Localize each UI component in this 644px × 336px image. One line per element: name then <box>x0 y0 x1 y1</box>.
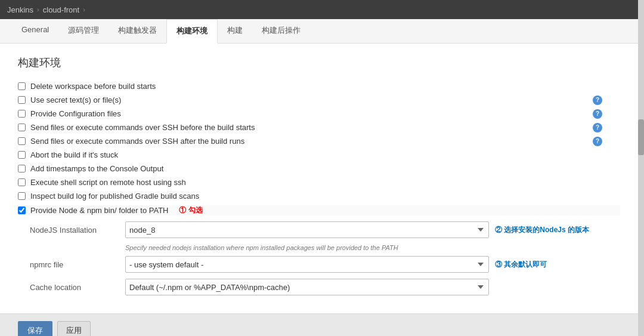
checkbox-row-6: Abort the build if it's stuck <box>18 150 620 159</box>
checkbox-row-5: Send files or execute commands over SSH … <box>18 137 620 146</box>
cb-secret-label[interactable]: Use secret text(s) or file(s) <box>30 95 121 104</box>
tab-source[interactable]: 源码管理 <box>58 19 109 44</box>
checkbox-row-2: Use secret text(s) or file(s) ? <box>18 95 620 104</box>
checkbox-row-4: Send files or execute commands over SSH … <box>18 123 620 132</box>
checkbox-row-3: Provide Configuration files ? <box>18 109 620 118</box>
cb-gradle-label[interactable]: Inspect build log for published Gradle b… <box>30 192 199 201</box>
checkbox-row-1: Delete workspace before build starts <box>18 82 620 91</box>
tab-env[interactable]: 构建环境 <box>166 19 218 44</box>
cb-nodejs-path[interactable] <box>18 206 26 214</box>
breadcrumb-sep1: › <box>37 6 39 13</box>
cb-delete-workspace[interactable] <box>18 82 26 90</box>
tab-post[interactable]: 构建后操作 <box>252 19 310 44</box>
cb-ssh-before-label[interactable]: Send files or execute commands over SSH … <box>30 123 255 132</box>
cb-ssh-before[interactable] <box>18 124 26 131</box>
cb-timestamps[interactable] <box>18 165 26 172</box>
nodejs-select[interactable]: node_8 <box>125 221 489 238</box>
npmrc-annotation: ③ 其余默认即可 <box>495 260 547 270</box>
nodejs-label: NodeJS Installation <box>30 226 125 235</box>
npmrc-select[interactable]: - use system default - <box>125 256 489 273</box>
nodejs-row: NodeJS Installation node_8 ② 选择安装的NodeJs… <box>18 221 620 238</box>
cb-delete-workspace-label[interactable]: Delete workspace before build starts <box>30 82 156 91</box>
scrollbar-thumb[interactable] <box>638 119 644 155</box>
apply-button[interactable]: 应用 <box>57 321 91 336</box>
cb-abort-stuck[interactable] <box>18 151 26 159</box>
cb-shell-ssh[interactable] <box>18 178 26 186</box>
scrollbar[interactable] <box>638 0 644 336</box>
cb-secret[interactable] <box>18 96 26 104</box>
help-icon-3[interactable]: ? <box>593 109 602 119</box>
annotation-check: ① 勾选 <box>179 205 202 215</box>
cb-nodejs-path-label[interactable]: Provide Node & npm bin/ folder to PATH <box>30 206 168 215</box>
build-env-section: 构建环境 Delete workspace before build start… <box>0 44 638 313</box>
cb-ssh-after-label[interactable]: Send files or execute commands over SSH … <box>30 137 244 146</box>
nodejs-hint: Specify needed nodejs installation where… <box>18 244 620 251</box>
breadcrumb-sep2: › <box>83 6 85 13</box>
checkbox-row-10: Provide Node & npm bin/ folder to PATH ①… <box>18 205 620 215</box>
section-title: 构建环境 <box>18 56 620 70</box>
nodejs-annotation: ② 选择安装的NodeJs 的版本 <box>495 225 589 235</box>
cb-config-files-label[interactable]: Provide Configuration files <box>30 109 121 118</box>
help-icon-2[interactable]: ? <box>593 95 602 105</box>
cb-config-files[interactable] <box>18 110 26 118</box>
cache-label: Cache location <box>30 283 125 292</box>
save-button[interactable]: 保存 <box>18 321 52 336</box>
checkbox-row-7: Add timestamps to the Console Output <box>18 164 620 173</box>
breadcrumb-project[interactable]: cloud-front <box>43 5 79 14</box>
tab-bar: General 源码管理 构建触发器 构建环境 构建 构建后操作 <box>0 19 638 44</box>
npmrc-row: npmrc file - use system default - ③ 其余默认… <box>18 256 620 273</box>
tab-build[interactable]: 构建 <box>218 19 252 44</box>
button-bar: 保存 应用 <box>0 313 638 336</box>
cb-timestamps-label[interactable]: Add timestamps to the Console Output <box>30 164 163 173</box>
main-content: General 源码管理 构建触发器 构建环境 构建 构建后操作 构建环境 De… <box>0 19 638 336</box>
cb-abort-stuck-label[interactable]: Abort the build if it's stuck <box>30 150 118 159</box>
checkbox-row-8: Execute shell script on remote host usin… <box>18 178 620 187</box>
cache-select[interactable]: Default (~/.npm or %APP_DATA%\npm-cache) <box>125 279 489 295</box>
tab-general[interactable]: General <box>12 19 58 44</box>
help-icon-5[interactable]: ? <box>593 137 602 146</box>
cache-row: Cache location Default (~/.npm or %APP_D… <box>18 279 620 295</box>
npmrc-label: npmrc file <box>30 260 125 269</box>
tab-triggers[interactable]: 构建触发器 <box>109 19 166 44</box>
cb-ssh-after[interactable] <box>18 137 26 145</box>
help-icon-4[interactable]: ? <box>593 123 602 132</box>
checkbox-row-9: Inspect build log for published Gradle b… <box>18 192 620 201</box>
top-bar: Jenkins › cloud-front › <box>0 0 644 19</box>
cb-gradle[interactable] <box>18 192 26 200</box>
cb-shell-ssh-label[interactable]: Execute shell script on remote host usin… <box>30 178 186 187</box>
breadcrumb-jenkins[interactable]: Jenkins <box>7 5 33 14</box>
